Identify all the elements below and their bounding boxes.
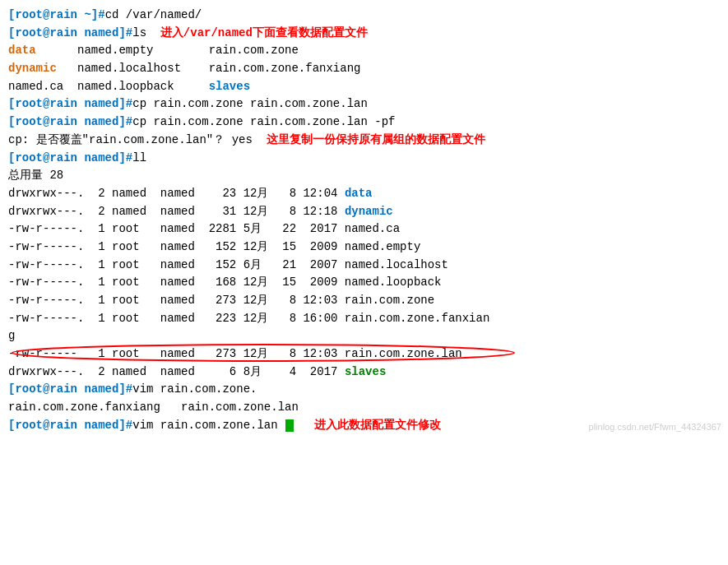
prompt-9: [root@rain named]# <box>8 151 132 164</box>
cmd-7: cp rain.com.zone rain.com.zone.lan -pf <box>132 115 395 128</box>
ls-slaves: slaves <box>209 80 250 93</box>
cmd-9: ll <box>132 151 146 164</box>
line-9: [root@rain named]#ll <box>8 150 720 168</box>
line-vim1: [root@rain named]#vim rain.com.zone. <box>8 381 720 399</box>
terminal-content: [root@rain ~]#cd /var/named/ [root@rain … <box>8 7 720 435</box>
prompt-7: [root@rain named]# <box>8 115 132 128</box>
ll-row-rain-zone-lan: -rw-r----- 1 root named 273 12月 8 12:03 … <box>8 345 720 364</box>
terminal-cursor <box>285 419 294 432</box>
prompt-2: [root@rain named]# <box>8 26 132 39</box>
ll-row-named-empty: -rw-r-----. 1 root named 152 12月 15 2009… <box>8 239 720 257</box>
ll-row-slaves: drwxrwx---. 2 named named 6 8月 4 2017 sl… <box>8 364 720 382</box>
ll-row-rain-zone-fanxiang-wrap: g <box>8 327 720 345</box>
line-8: cp: 是否覆盖"rain.com.zone.lan"？ yes 这里复制一份保… <box>8 132 720 150</box>
cmd-vim2: vim rain.com.zone.lan <box>132 419 285 432</box>
ls-line-3: named.ca named.loopback slaves <box>8 78 720 96</box>
ll-row-data: drwxrwx---. 2 named named 23 12月 8 12:04… <box>8 185 720 203</box>
prompt-vim1: [root@rain named]# <box>8 382 132 396</box>
ls-line-2: dynamic named.localhost rain.com.zone.fa… <box>8 60 720 78</box>
line-1: [root@rain ~]#cd /var/named/ <box>8 7 720 25</box>
ll-row-named-loopback: -rw-r-----. 1 root named 168 12月 15 2009… <box>8 274 720 292</box>
ll-row-named-localhost: -rw-r-----. 1 root named 152 6月 21 2007 … <box>8 257 720 275</box>
watermark: plinlog.csdn.net/Ffwm_44324367 <box>589 420 721 434</box>
cp-output: cp: 是否覆盖"rain.com.zone.lan"？ yes <box>8 133 253 146</box>
prompt-vim2: [root@rain named]# <box>8 419 132 432</box>
ll-row-named-ca: -rw-r-----. 1 root named 2281 5月 22 2017… <box>8 220 720 239</box>
line-7: [root@rain named]#cp rain.com.zone rain.… <box>8 113 720 132</box>
cmd-vim1: vim rain.com.zone. <box>132 382 257 396</box>
ll-row-rain-zone-fanxiang: -rw-r-----. 1 root named 223 12月 8 16:00… <box>8 310 720 328</box>
prompt-1: [root@rain ~]# <box>8 8 105 21</box>
ls-data: data <box>8 44 36 57</box>
highlighted-row-wrapper: -rw-r----- 1 root named 273 12月 8 12:03 … <box>8 345 720 364</box>
ll-row-dynamic: drwxrwx---. 2 named named 31 12月 8 12:18… <box>8 203 720 221</box>
ls-dynamic: dynamic <box>8 62 57 75</box>
cmd-2: ls <box>132 26 146 39</box>
comment-2: 进入/var/named下面查看数据配置文件 <box>146 26 368 39</box>
cmd-6: cp rain.com.zone rain.com.zone.lan <box>132 97 368 110</box>
line-2: [root@rain named]#ls 进入/var/named下面查看数据配… <box>8 25 720 43</box>
autocomplete: rain.com.zone.fanxiang rain.com.zone.lan <box>8 399 720 417</box>
comment-vim2: 进入此数据配置文件修改 <box>294 419 441 432</box>
ls-line-1: data named.empty rain.com.zone <box>8 42 720 60</box>
line-6: [root@rain named]#cp rain.com.zone rain.… <box>8 95 720 113</box>
comment-8: 这里复制一份保持原有属组的数据配置文件 <box>253 133 485 146</box>
terminal: [root@rain ~]#cd /var/named/ [root@rain … <box>0 0 728 442</box>
cmd-1: cd /var/named/ <box>105 8 202 21</box>
ll-row-rain-zone: -rw-r-----. 1 root named 273 12月 8 12:03… <box>8 292 720 310</box>
total: 总用量 28 <box>8 167 720 185</box>
prompt-6: [root@rain named]# <box>8 97 132 110</box>
